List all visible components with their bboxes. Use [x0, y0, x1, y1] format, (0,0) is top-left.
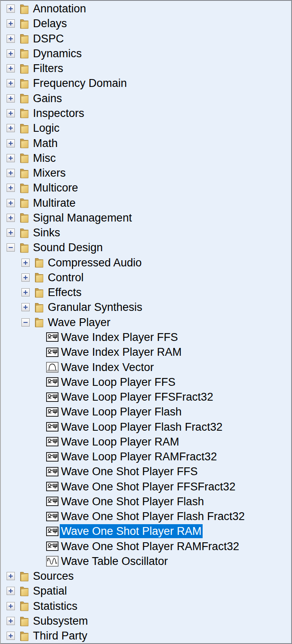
tree-item-label[interactable]: Statistics [32, 599, 79, 613]
expand-plus-icon[interactable] [7, 5, 15, 13]
tree-item[interactable]: Sinks [1, 225, 291, 240]
tree-item-label[interactable]: Sources [32, 569, 75, 583]
tree-item-label[interactable]: Wave Index Player RAM [60, 345, 183, 359]
tree-item-label[interactable]: Wave One Shot Player FFS [60, 464, 199, 478]
tree-item-label[interactable]: Multirate [32, 196, 77, 210]
expand-plus-icon[interactable] [7, 49, 15, 58]
tree-item[interactable]: Dynamics [1, 46, 291, 61]
tree-item[interactable]: Multicore [1, 180, 291, 195]
tree-item[interactable]: Multirate [1, 195, 291, 210]
tree-item[interactable]: Sources [1, 569, 291, 583]
tree-item-label[interactable]: Third Party [32, 629, 89, 643]
tree-item[interactable]: Wave Loop Player RAM [1, 434, 291, 449]
tree-item-label[interactable]: Signal Management [32, 211, 133, 225]
tree-item[interactable]: Wave Index Vector [1, 359, 291, 374]
tree-item[interactable]: Wave One Shot Player FFSFract32 [1, 479, 291, 494]
expand-plus-icon[interactable] [7, 124, 15, 132]
expand-plus-icon[interactable] [7, 169, 15, 177]
tree-item-label[interactable]: Spatial [32, 584, 68, 598]
tree-item[interactable]: Effects [1, 285, 291, 300]
tree-item[interactable]: Third Party [1, 628, 291, 643]
tree-item-label[interactable]: Mixers [32, 166, 67, 180]
tree-item-label[interactable]: Sound Design [32, 240, 104, 254]
tree-item-label[interactable]: Wave Loop Player FFSFract32 [60, 390, 215, 404]
tree-item-label[interactable]: Math [32, 136, 59, 150]
tree-item-label[interactable]: Compressed Audio [47, 256, 143, 270]
tree-item[interactable]: Wave Loop Player Flash Fract32 [1, 419, 291, 434]
tree-item[interactable]: Wave Player [1, 315, 291, 330]
tree-item-label[interactable]: Filters [32, 61, 65, 75]
tree-item[interactable]: Signal Management [1, 210, 291, 225]
tree-item[interactable]: Wave One Shot Player Flash Fract32 [1, 509, 291, 524]
tree-item[interactable]: Misc [1, 151, 291, 166]
collapse-minus-icon[interactable] [7, 243, 15, 252]
tree-item-label[interactable]: Wave Loop Player FFS [60, 375, 177, 389]
tree-item-label[interactable]: Wave One Shot Player RAMFract32 [60, 539, 241, 553]
tree-item-label[interactable]: Wave One Shot Player Flash Fract32 [60, 509, 246, 523]
tree-item-label[interactable]: Dynamics [32, 47, 83, 61]
tree-item-label[interactable]: Wave One Shot Player FFSFract32 [60, 480, 237, 494]
expand-plus-icon[interactable] [7, 154, 15, 162]
tree-item[interactable]: Wave Loop Player FFS [1, 375, 291, 390]
tree-item-label[interactable]: Granular Synthesis [47, 300, 144, 314]
tree-item[interactable]: Logic [1, 121, 291, 135]
expand-plus-icon[interactable] [7, 602, 15, 610]
tree-item[interactable]: Wave Loop Player FFSFract32 [1, 390, 291, 404]
expand-plus-icon[interactable] [7, 587, 15, 595]
expand-plus-icon[interactable] [21, 259, 30, 267]
tree-item[interactable]: Wave One Shot Player FFS [1, 464, 291, 479]
tree-item-label[interactable]: Delays [32, 16, 68, 30]
expand-plus-icon[interactable] [7, 19, 15, 28]
tree-item[interactable]: Compressed Audio [1, 255, 291, 270]
tree-item[interactable]: Filters [1, 61, 291, 76]
tree-item[interactable]: Wave Loop Player RAMFract32 [1, 449, 291, 464]
tree-item[interactable]: Spatial [1, 583, 291, 598]
tree-item[interactable]: Wave Index Player RAM [1, 345, 291, 359]
tree-item-label[interactable]: Wave Loop Player RAMFract32 [60, 450, 218, 464]
collapse-minus-icon[interactable] [21, 318, 30, 327]
tree-item-label[interactable]: Wave Index Player FFS [60, 330, 179, 344]
expand-plus-icon[interactable] [7, 617, 15, 625]
tree-item-label[interactable]: Gains [32, 91, 63, 105]
tree-item[interactable]: Delays [1, 16, 291, 31]
tree-item-label[interactable]: Logic [32, 121, 61, 135]
tree-item-label[interactable]: Annotation [32, 2, 87, 16]
tree-item[interactable]: Wave Loop Player Flash [1, 404, 291, 419]
expand-plus-icon[interactable] [7, 229, 15, 237]
tree-item[interactable]: Math [1, 135, 291, 150]
expand-plus-icon[interactable] [7, 199, 15, 207]
tree-item[interactable]: Inspectors [1, 106, 291, 121]
expand-plus-icon[interactable] [7, 94, 15, 103]
tree-item[interactable]: Frequency Domain [1, 76, 291, 91]
expand-plus-icon[interactable] [7, 64, 15, 72]
tree-item-label[interactable]: Subsystem [32, 614, 89, 628]
expand-plus-icon[interactable] [7, 139, 15, 147]
expand-plus-icon[interactable] [21, 288, 30, 296]
expand-plus-icon[interactable] [7, 632, 15, 640]
tree-item[interactable]: Statistics [1, 599, 291, 614]
expand-plus-icon[interactable] [7, 572, 15, 580]
tree-item[interactable]: Control [1, 270, 291, 285]
tree-item-label[interactable]: Wave Index Vector [60, 360, 155, 374]
tree-item[interactable]: Wave One Shot Player RAMFract32 [1, 539, 291, 554]
tree-item[interactable]: Wave One Shot Player Flash [1, 494, 291, 509]
tree-item-label[interactable]: Sinks [32, 226, 61, 240]
tree-item[interactable]: Mixers [1, 166, 291, 180]
tree-item-label[interactable]: Wave Loop Player Flash Fract32 [60, 420, 224, 434]
tree-item[interactable]: Wave Table Oscillator [1, 554, 291, 569]
expand-plus-icon[interactable] [7, 214, 15, 222]
tree-item-label[interactable]: Wave Loop Player RAM [60, 435, 180, 449]
expand-plus-icon[interactable] [21, 273, 30, 282]
expand-plus-icon[interactable] [21, 303, 30, 311]
tree-item-label[interactable]: DSPC [32, 32, 65, 46]
tree-item-label[interactable]: Frequency Domain [32, 76, 128, 90]
expand-plus-icon[interactable] [7, 184, 15, 192]
tree-item-label[interactable]: Wave Loop Player Flash [60, 405, 183, 419]
tree-item-label[interactable]: Inspectors [32, 106, 86, 120]
expand-plus-icon[interactable] [7, 35, 15, 43]
tree-item[interactable]: Sound Design [1, 240, 291, 255]
tree-item[interactable]: Granular Synthesis [1, 300, 291, 315]
tree-item-label[interactable]: Wave One Shot Player Flash [60, 495, 205, 509]
tree-item-label[interactable]: Misc [32, 151, 57, 165]
tree-item[interactable]: Wave Index Player FFS [1, 330, 291, 345]
